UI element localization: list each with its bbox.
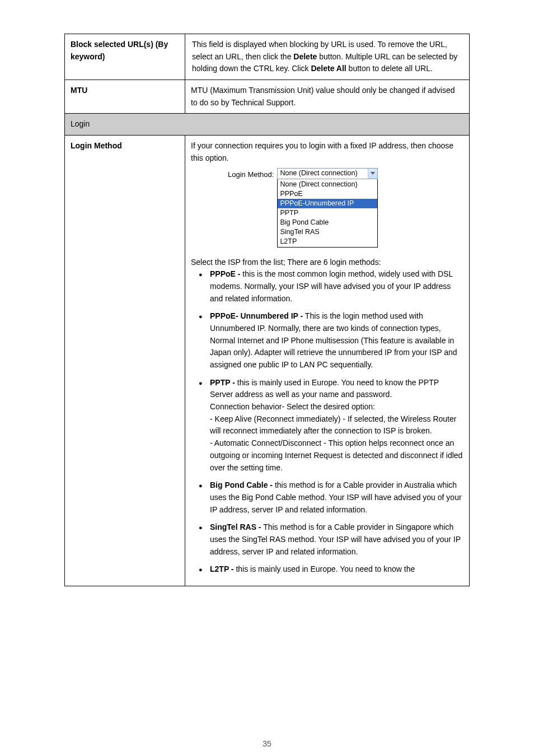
bullet-pptp: PPTP - this is mainly used in Europe. Yo… bbox=[191, 377, 463, 474]
row2-left: MTU bbox=[65, 80, 185, 114]
login-right: If your connection requires you to login… bbox=[185, 136, 470, 586]
row2-right: MTU (Maximum Transmission Unit) value sh… bbox=[185, 80, 470, 114]
option-l2tp[interactable]: L2TP bbox=[278, 237, 377, 246]
login-select-line: Select the ISP from the list; There are … bbox=[191, 256, 463, 269]
section-login-header: Login bbox=[65, 114, 470, 136]
login-method-screenshot: Login Method: None (Direct connection) N… bbox=[228, 168, 463, 248]
bullet-pppoe-unnumbered: PPPoE- Unnumbered IP - This is the login… bbox=[191, 310, 463, 371]
bullet-pppoe: PPPoE - this is the most common login me… bbox=[191, 268, 463, 305]
login-left: Login Method bbox=[65, 136, 185, 586]
option-pptp[interactable]: PPTP bbox=[278, 208, 377, 218]
login-method-select[interactable]: None (Direct connection) bbox=[277, 168, 378, 179]
login-intro: If your connection requires you to login… bbox=[191, 140, 463, 164]
bullet-bigpond: Big Pond Cable - this method is for a Ca… bbox=[191, 479, 463, 516]
bullet-l2tp: L2TP - this is mainly used in Europe. Yo… bbox=[191, 563, 463, 576]
option-pppoe[interactable]: PPPoE bbox=[278, 189, 377, 199]
row1-left: Block selected URL(s) (By keyword) bbox=[65, 34, 185, 80]
option-pppoe-unnumbered[interactable]: PPPoE-Unnumbered IP bbox=[278, 199, 377, 208]
option-singtel[interactable]: SingTel RAS bbox=[278, 227, 377, 237]
login-method-options[interactable]: None (Direct connection) PPPoE PPPoE-Unn… bbox=[277, 179, 378, 248]
chevron-down-icon bbox=[368, 169, 377, 179]
page-number: 35 bbox=[64, 739, 470, 748]
option-none[interactable]: None (Direct connection) bbox=[278, 180, 377, 189]
login-method-label: Login Method: bbox=[228, 168, 277, 180]
option-bigpond[interactable]: Big Pond Cable bbox=[278, 218, 377, 227]
bullet-singtel: SingTel RAS - This method is for a Cable… bbox=[191, 521, 463, 558]
row1-right: This field is displayed when blocking by… bbox=[185, 34, 470, 80]
